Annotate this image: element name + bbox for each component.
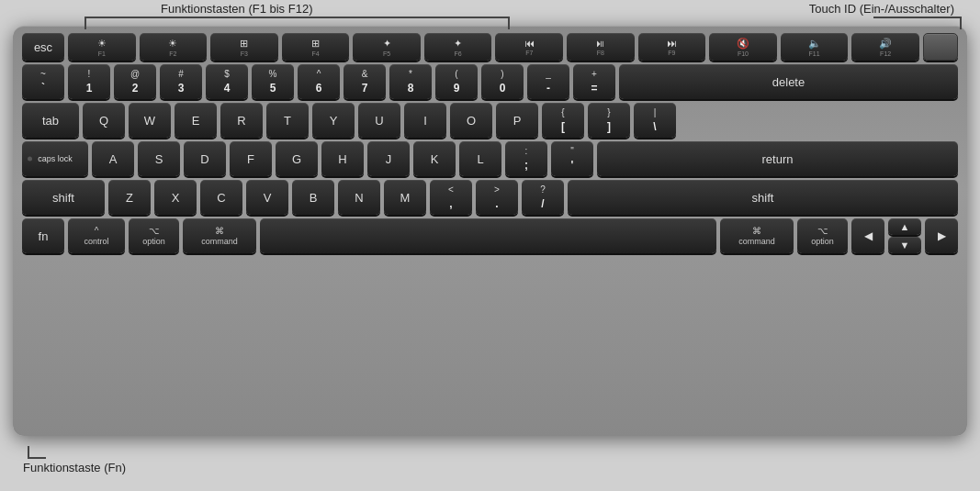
key-f9[interactable]: ⏭ F9 bbox=[638, 33, 706, 61]
key-f4[interactable]: ⊞ F4 bbox=[282, 33, 350, 61]
key-3[interactable]: # 3 bbox=[160, 64, 202, 99]
key-v[interactable]: V bbox=[246, 180, 288, 215]
key-5[interactable]: % 5 bbox=[252, 64, 294, 99]
key-t[interactable]: T bbox=[266, 103, 309, 138]
key-option-left-inner: ⌥ option bbox=[142, 226, 165, 246]
key-slash[interactable]: ? / bbox=[522, 180, 564, 215]
key-z[interactable]: Z bbox=[108, 180, 151, 215]
key-period[interactable]: > . bbox=[476, 180, 518, 215]
key-minus[interactable]: _ - bbox=[527, 64, 569, 99]
key-delete-label: delete bbox=[772, 76, 805, 88]
key-f7[interactable]: ⏮ F7 bbox=[495, 33, 563, 61]
key-command-right-inner: ⌘ command bbox=[738, 226, 775, 246]
key-return[interactable]: return bbox=[597, 141, 958, 176]
bracket-bottom-fn-bottom bbox=[28, 457, 46, 459]
key-f3-inner: ⊞ F3 bbox=[240, 38, 248, 57]
key-fn[interactable]: fn bbox=[22, 218, 64, 253]
key-shift-right[interactable]: shift bbox=[568, 180, 958, 215]
key-arrow-down[interactable]: ▼ bbox=[888, 237, 921, 253]
key-4[interactable]: $ 4 bbox=[206, 64, 248, 99]
key-shift-left[interactable]: shift bbox=[22, 180, 105, 215]
key-y[interactable]: Y bbox=[312, 103, 355, 138]
key-f6-label: F6 bbox=[455, 50, 462, 57]
key-q[interactable]: Q bbox=[83, 103, 125, 138]
key-2-bottom: 2 bbox=[132, 82, 139, 95]
key-n[interactable]: N bbox=[338, 180, 380, 215]
key-6-bottom: 6 bbox=[316, 82, 322, 95]
key-1-top: ! bbox=[88, 69, 91, 79]
key-touchid[interactable] bbox=[923, 33, 958, 61]
key-c[interactable]: C bbox=[200, 180, 242, 215]
key-capslock[interactable]: caps lock bbox=[22, 141, 88, 176]
key-f9-icon: ⏭ bbox=[667, 38, 677, 49]
key-h[interactable]: H bbox=[321, 141, 364, 176]
key-semicolon[interactable]: : ; bbox=[505, 141, 547, 176]
key-l[interactable]: L bbox=[459, 141, 501, 176]
key-e[interactable]: E bbox=[175, 103, 217, 138]
key-u[interactable]: U bbox=[358, 103, 400, 138]
key-k[interactable]: K bbox=[413, 141, 456, 176]
key-f12-label: F12 bbox=[880, 50, 891, 57]
key-d[interactable]: D bbox=[184, 141, 226, 176]
key-capslock-label: caps lock bbox=[38, 155, 73, 163]
key-f2[interactable]: ☀ F2 bbox=[140, 33, 208, 61]
key-arrow-left[interactable]: ◀ bbox=[851, 218, 884, 253]
key-8[interactable]: * 8 bbox=[389, 64, 432, 99]
key-esc[interactable]: esc bbox=[22, 33, 64, 61]
key-m[interactable]: M bbox=[384, 180, 426, 215]
key-f10[interactable]: 🔇 F10 bbox=[709, 33, 777, 61]
key-f4-label: F4 bbox=[311, 50, 319, 57]
key-command-right[interactable]: ⌘ command bbox=[720, 218, 794, 253]
key-f1[interactable]: ☀ F1 bbox=[68, 33, 136, 61]
key-6[interactable]: ^ 6 bbox=[298, 64, 340, 99]
key-f1-label: F1 bbox=[98, 50, 106, 57]
key-arrow-right[interactable]: ▶ bbox=[925, 218, 958, 253]
key-1[interactable]: ! 1 bbox=[68, 64, 110, 99]
key-2[interactable]: @ 2 bbox=[114, 64, 156, 99]
key-delete[interactable]: delete bbox=[619, 64, 958, 99]
key-option-right-inner: ⌥ option bbox=[811, 226, 834, 246]
key-j[interactable]: J bbox=[367, 141, 410, 176]
key-b[interactable]: B bbox=[292, 180, 334, 215]
key-x[interactable]: X bbox=[154, 180, 197, 215]
key-r[interactable]: R bbox=[220, 103, 263, 138]
key-9[interactable]: ( 9 bbox=[435, 64, 478, 99]
key-o[interactable]: O bbox=[450, 103, 492, 138]
key-arrow-up[interactable]: ▲ bbox=[888, 218, 921, 235]
key-control[interactable]: ^ control bbox=[68, 218, 125, 253]
key-f5[interactable]: ✦ F5 bbox=[353, 33, 421, 61]
key-7-top: & bbox=[362, 69, 368, 79]
key-f6-inner: ✦ F6 bbox=[454, 38, 462, 57]
key-w[interactable]: W bbox=[129, 103, 171, 138]
key-option-left[interactable]: ⌥ option bbox=[129, 218, 179, 253]
key-space[interactable] bbox=[260, 218, 716, 253]
key-f9-label: F9 bbox=[668, 50, 675, 56]
key-f3[interactable]: ⊞ F3 bbox=[210, 33, 278, 61]
key-fn-label: fn bbox=[39, 230, 49, 242]
key-f6[interactable]: ✦ F6 bbox=[424, 33, 492, 61]
key-0[interactable]: ) 0 bbox=[481, 64, 524, 99]
key-option-right[interactable]: ⌥ option bbox=[797, 218, 848, 253]
key-rbracket[interactable]: } ] bbox=[588, 103, 630, 138]
key-tilde[interactable]: ~ ` bbox=[22, 64, 64, 99]
key-7[interactable]: & 7 bbox=[344, 64, 386, 99]
key-f11[interactable]: 🔈 F11 bbox=[781, 33, 849, 61]
key-lbracket[interactable]: { [ bbox=[542, 103, 584, 138]
key-tilde-bottom: ` bbox=[41, 82, 45, 95]
key-g[interactable]: G bbox=[276, 141, 318, 176]
key-f12[interactable]: 🔊 F12 bbox=[851, 33, 919, 61]
key-p[interactable]: P bbox=[496, 103, 538, 138]
key-f8[interactable]: ⏯ F8 bbox=[567, 33, 635, 61]
key-comma[interactable]: < , bbox=[430, 180, 472, 215]
key-backslash[interactable]: | \ bbox=[634, 103, 676, 138]
key-command-left[interactable]: ⌘ command bbox=[183, 218, 256, 253]
key-i[interactable]: I bbox=[404, 103, 446, 138]
key-s[interactable]: S bbox=[138, 141, 180, 176]
key-a[interactable]: A bbox=[92, 141, 134, 176]
key-shift-right-label: shift bbox=[752, 192, 774, 204]
key-equals[interactable]: + = bbox=[573, 64, 615, 99]
key-tab[interactable]: tab bbox=[22, 103, 79, 138]
key-quote[interactable]: " ' bbox=[551, 141, 593, 176]
key-f5-icon: ✦ bbox=[383, 38, 391, 50]
key-f[interactable]: F bbox=[230, 141, 272, 176]
